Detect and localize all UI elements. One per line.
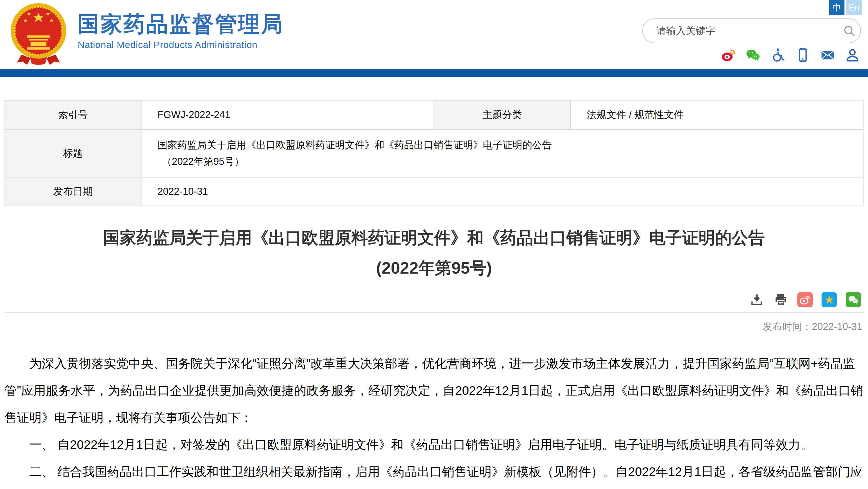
print-button[interactable] [773,292,788,307]
wechat-icon[interactable] [746,48,761,62]
logo-area: 国家药品监督管理局 National Medical Products Admi… [10,3,284,65]
search-icon [842,24,856,37]
mobile-icon[interactable] [796,48,810,62]
paragraph: 二、 结合我国药品出口工作实践和世卫组织相关最新指南，启用《药品出口销售证明》新… [4,458,864,489]
qzone-star-icon: ★ [825,293,834,306]
download-icon [750,293,764,307]
article-tools: ★ [4,292,864,307]
article-body: 为深入贯彻落实党中央、国务院关于深化“证照分离”改革重大决策部署，优化营商环境，… [4,350,864,489]
meta-value-category: 法规文件 / 规范性文件 [570,100,863,129]
meta-label-category: 主题分类 [434,100,570,129]
table-row: 标题 国家药监局关于启用《出口欧盟原料药证明文件》和《药品出口销售证明》电子证明… [5,129,863,177]
search-box [642,19,861,43]
search-input[interactable] [643,25,838,37]
publish-time: 发布时间：2022-10-31 [4,320,864,333]
lang-en-button[interactable]: En [846,0,862,15]
search-button[interactable] [838,19,860,43]
table-row: 索引号 FGWJ-2022-241 主题分类 法规文件 / 规范性文件 [5,100,863,129]
paragraph: 一、 自2022年12月1日起，对签发的《出口欧盟原料药证明文件》和《药品出口销… [4,431,864,458]
site-title[interactable]: 国家药品监督管理局 [78,9,284,39]
site-header: 国家药品监督管理局 National Medical Products Admi… [0,0,868,69]
share-qzone-button[interactable]: ★ [822,292,837,307]
main-navbar [0,69,868,77]
header-icon-strip [721,48,860,62]
document-title: 国家药监局关于启用《出口欧盟原料药证明文件》和《药品出口销售证明》电子证明的公告… [4,223,864,283]
share-wechat-button[interactable] [846,292,861,307]
meta-label-index: 索引号 [5,100,141,129]
site-subtitle: National Medical Products Administration [78,39,284,50]
weibo-share-icon [800,294,810,305]
mail-icon[interactable] [820,48,835,62]
language-switch: 中 En [829,0,862,15]
document-meta-table: 索引号 FGWJ-2022-241 主题分类 法规文件 / 规范性文件 标题 国… [4,100,864,206]
paragraph: 为深入贯彻落实党中央、国务院关于深化“证照分离”改革重大决策部署，优化营商环境，… [4,350,864,431]
download-button[interactable] [749,292,764,307]
document-title-line2: (2022年第95号) [4,253,864,283]
meta-value-title: 国家药监局关于启用《出口欧盟原料药证明文件》和《药品出口销售证明》电子证明的公告… [141,129,863,177]
meta-label-date: 发布日期 [5,177,141,206]
document-title-line1: 国家药监局关于启用《出口欧盟原料药证明文件》和《药品出口销售证明》电子证明的公告 [4,223,864,253]
user-icon[interactable] [845,48,860,62]
meta-value-date: 2022-10-31 [141,177,863,206]
share-weibo-button[interactable] [797,292,813,307]
site-title-block: 国家药品监督管理局 National Medical Products Admi… [78,3,284,50]
meta-title-line1: 国家药监局关于启用《出口欧盟原料药证明文件》和《药品出口销售证明》电子证明的公告 [157,139,857,152]
weibo-icon[interactable] [721,48,736,62]
national-emblem-logo[interactable] [10,3,67,65]
meta-title-line2: （2022年第95号） [157,155,857,168]
page-content: 索引号 FGWJ-2022-241 主题分类 法规文件 / 规范性文件 标题 国… [0,100,868,489]
accessibility-icon[interactable] [771,48,785,62]
print-icon [774,293,788,307]
lang-zh-button[interactable]: 中 [829,0,844,15]
table-row: 发布日期 2022-10-31 [5,177,863,206]
meta-value-index: FGWJ-2022-241 [141,100,434,129]
publish-time-label: 发布时间： [763,321,812,332]
wechat-share-icon [848,294,859,305]
meta-label-title: 标题 [5,129,141,177]
title-divider [4,312,864,313]
publish-time-value: 2022-10-31 [812,321,862,332]
